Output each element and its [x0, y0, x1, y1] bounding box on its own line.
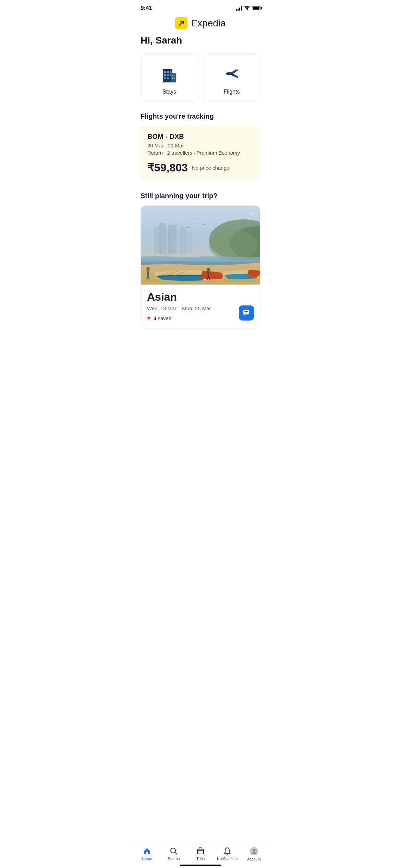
tracking-card[interactable]: BOM - DXB 20 Mar - 21 Mar Return · 2 tra…	[141, 126, 260, 181]
price-status: No price change	[192, 165, 229, 171]
category-grid: Stays Flights	[141, 54, 260, 101]
planning-section-title: Still planning your trip?	[141, 192, 260, 200]
flights-label: Flights	[223, 89, 240, 95]
planning-dates: Wed, 13 Mar – Mon, 25 Mar	[147, 305, 254, 311]
stays-icon	[158, 63, 180, 85]
greeting: Hi, Sarah	[141, 35, 260, 46]
svg-rect-32	[207, 272, 209, 276]
app-header: Expedia	[134, 14, 267, 35]
signal-icon	[236, 6, 242, 11]
svg-rect-11	[172, 77, 173, 79]
planning-card[interactable]: ☆ Asian Wed, 13 Mar – Mon, 25 Mar ♥ 4 sa…	[141, 205, 260, 327]
stays-card[interactable]: Stays	[141, 54, 198, 101]
svg-rect-12	[174, 75, 175, 76]
svg-rect-4	[167, 71, 169, 73]
price-row: ₹59,803 No price change	[147, 161, 254, 174]
svg-point-31	[207, 268, 210, 272]
chat-button[interactable]	[239, 305, 254, 321]
app-name: Expedia	[191, 18, 226, 29]
saves-row: ♥ 4 saves	[147, 315, 254, 322]
tracking-section-title: Flights you're tracking	[141, 112, 260, 120]
route-title: BOM - DXB	[147, 133, 254, 141]
route-details: Return · 2 travellers · Premium Economy	[147, 150, 254, 156]
svg-rect-23	[185, 231, 193, 254]
svg-rect-28	[147, 271, 149, 275]
heart-icon: ♥	[147, 315, 151, 322]
svg-point-26	[209, 230, 257, 261]
flights-icon	[221, 63, 243, 85]
svg-rect-6	[167, 77, 169, 79]
main-content: Hi, Sarah	[134, 35, 267, 358]
price-amount: ₹59,803	[147, 161, 188, 174]
stays-label: Stays	[162, 89, 176, 95]
svg-rect-5	[167, 74, 169, 76]
status-bar: 9:41	[134, 0, 267, 14]
svg-rect-13	[174, 77, 175, 79]
svg-rect-2	[164, 74, 166, 76]
svg-rect-3	[164, 77, 166, 79]
status-icons	[236, 6, 260, 11]
planning-destination: Asian	[147, 291, 254, 303]
planning-info: Asian Wed, 13 Mar – Mon, 25 Mar ♥ 4 save…	[141, 285, 260, 327]
svg-rect-10	[172, 75, 173, 76]
svg-rect-7	[170, 71, 171, 73]
svg-rect-35	[243, 310, 249, 314]
battery-icon	[252, 6, 260, 10]
saves-count: 4 saves	[154, 315, 171, 321]
status-time: 9:41	[141, 5, 152, 12]
svg-point-27	[146, 267, 150, 271]
wifi-icon	[244, 6, 250, 11]
save-star-icon[interactable]: ☆	[249, 210, 255, 218]
planning-image: ☆	[141, 206, 260, 285]
svg-rect-14	[162, 82, 176, 83]
flights-card[interactable]: Flights	[203, 54, 260, 101]
expedia-logo	[175, 17, 187, 29]
svg-rect-1	[164, 71, 166, 73]
route-dates: 20 Mar - 21 Mar	[147, 143, 254, 148]
